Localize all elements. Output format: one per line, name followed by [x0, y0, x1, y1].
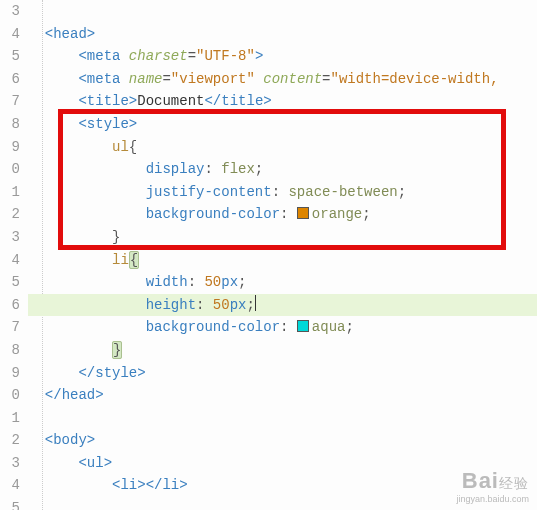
code-line[interactable]: background-color: aqua;: [28, 316, 537, 339]
code-line[interactable]: width: 50px;: [28, 271, 537, 294]
code-line[interactable]: <style>: [28, 113, 537, 136]
code-line[interactable]: li{: [28, 249, 537, 272]
code-line[interactable]: </head>: [28, 384, 537, 407]
code-line[interactable]: <body>: [28, 429, 537, 452]
code-line[interactable]: <meta charset="UTF-8">: [28, 45, 537, 68]
code-line[interactable]: display: flex;: [28, 158, 537, 181]
color-swatch-orange: [297, 207, 309, 219]
code-line[interactable]: <title>Document</title>: [28, 90, 537, 113]
code-line[interactable]: }: [28, 339, 537, 362]
code-line[interactable]: }: [28, 226, 537, 249]
text-cursor: [255, 295, 256, 311]
code-line[interactable]: </style>: [28, 362, 537, 385]
code-line-active[interactable]: height: 50px;: [28, 294, 537, 317]
color-swatch-aqua: [297, 320, 309, 332]
code-area[interactable]: <head> <meta charset="UTF-8"> <meta name…: [28, 0, 537, 510]
code-line[interactable]: <meta name="viewport" content="width=dev…: [28, 68, 537, 91]
watermark: Bai经验 jingyan.baidu.com: [456, 468, 529, 504]
code-editor[interactable]: 345 678 901 234 567 890 123 45 <head> <m…: [0, 0, 537, 510]
code-line[interactable]: [28, 0, 537, 23]
code-line[interactable]: ul{: [28, 136, 537, 159]
line-gutter: 345 678 901 234 567 890 123 45: [0, 0, 28, 510]
code-line[interactable]: <head>: [28, 23, 537, 46]
code-line[interactable]: background-color: orange;: [28, 203, 537, 226]
code-line[interactable]: justify-content: space-between;: [28, 181, 537, 204]
code-line[interactable]: [28, 407, 537, 430]
